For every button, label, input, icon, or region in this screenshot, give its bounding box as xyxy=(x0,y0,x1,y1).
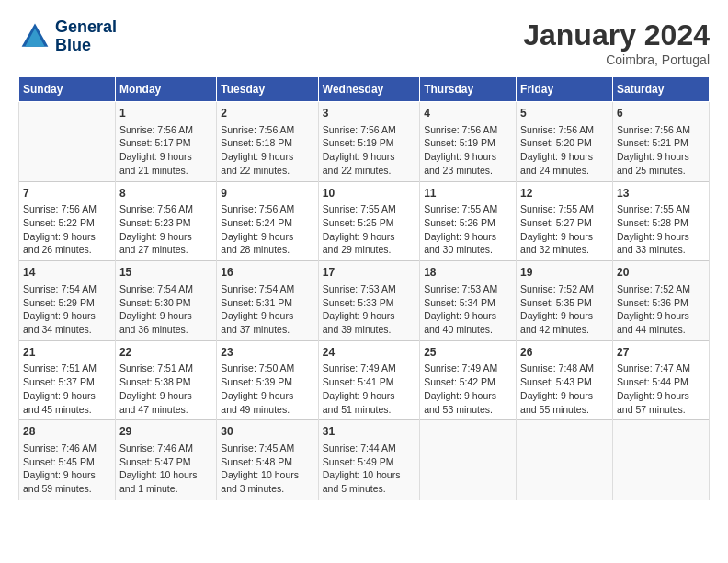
calendar-cell: 6Sunrise: 7:56 AM Sunset: 5:21 PM Daylig… xyxy=(613,102,710,182)
header: General Blue January 2024 Coimbra, Portu… xyxy=(18,18,710,67)
calendar-cell: 17Sunrise: 7:53 AM Sunset: 5:33 PM Dayli… xyxy=(318,261,419,341)
calendar-week-row: 14Sunrise: 7:54 AM Sunset: 5:29 PM Dayli… xyxy=(19,261,710,341)
day-number: 30 xyxy=(221,424,313,440)
day-info: Sunrise: 7:45 AM Sunset: 5:48 PM Dayligh… xyxy=(221,442,313,496)
day-info: Sunrise: 7:55 AM Sunset: 5:26 PM Dayligh… xyxy=(424,202,512,257)
calendar-table: SundayMondayTuesdayWednesdayThursdayFrid… xyxy=(18,76,710,500)
day-number: 17 xyxy=(323,265,415,281)
day-number: 26 xyxy=(520,345,609,361)
day-info: Sunrise: 7:46 AM Sunset: 5:47 PM Dayligh… xyxy=(119,442,212,496)
calendar-week-row: 21Sunrise: 7:51 AM Sunset: 5:37 PM Dayli… xyxy=(19,340,710,420)
day-number: 28 xyxy=(23,424,111,440)
day-number: 13 xyxy=(617,186,705,201)
header-cell-tuesday: Tuesday xyxy=(217,77,318,102)
day-number: 18 xyxy=(424,265,512,281)
day-info: Sunrise: 7:52 AM Sunset: 5:36 PM Dayligh… xyxy=(617,282,705,337)
header-cell-monday: Monday xyxy=(115,77,216,102)
day-number: 29 xyxy=(119,424,212,440)
day-number: 24 xyxy=(323,345,415,361)
calendar-cell: 20Sunrise: 7:52 AM Sunset: 5:36 PM Dayli… xyxy=(613,261,710,341)
calendar-cell: 26Sunrise: 7:48 AM Sunset: 5:43 PM Dayli… xyxy=(517,340,613,420)
logo-text: General Blue xyxy=(55,18,117,55)
day-info: Sunrise: 7:55 AM Sunset: 5:28 PM Dayligh… xyxy=(617,202,705,257)
calendar-cell: 15Sunrise: 7:54 AM Sunset: 5:30 PM Dayli… xyxy=(115,261,216,341)
day-info: Sunrise: 7:55 AM Sunset: 5:25 PM Dayligh… xyxy=(323,202,415,257)
calendar-cell xyxy=(420,420,517,500)
day-info: Sunrise: 7:56 AM Sunset: 5:22 PM Dayligh… xyxy=(23,202,111,257)
day-number: 16 xyxy=(221,265,313,281)
calendar-cell: 10Sunrise: 7:55 AM Sunset: 5:25 PM Dayli… xyxy=(318,181,419,261)
day-info: Sunrise: 7:53 AM Sunset: 5:34 PM Dayligh… xyxy=(424,282,512,337)
calendar-cell: 18Sunrise: 7:53 AM Sunset: 5:34 PM Dayli… xyxy=(420,261,517,341)
calendar-cell: 11Sunrise: 7:55 AM Sunset: 5:26 PM Dayli… xyxy=(420,181,517,261)
calendar-cell: 1Sunrise: 7:56 AM Sunset: 5:17 PM Daylig… xyxy=(115,102,216,182)
calendar-cell: 13Sunrise: 7:55 AM Sunset: 5:28 PM Dayli… xyxy=(613,181,710,261)
calendar-cell xyxy=(19,102,116,182)
calendar-body: 1Sunrise: 7:56 AM Sunset: 5:17 PM Daylig… xyxy=(19,102,710,500)
calendar-cell: 5Sunrise: 7:56 AM Sunset: 5:20 PM Daylig… xyxy=(517,102,613,182)
calendar-cell: 7Sunrise: 7:56 AM Sunset: 5:22 PM Daylig… xyxy=(19,181,116,261)
day-info: Sunrise: 7:55 AM Sunset: 5:27 PM Dayligh… xyxy=(520,202,609,257)
day-info: Sunrise: 7:52 AM Sunset: 5:35 PM Dayligh… xyxy=(520,282,609,337)
header-cell-wednesday: Wednesday xyxy=(318,77,419,102)
calendar-cell: 14Sunrise: 7:54 AM Sunset: 5:29 PM Dayli… xyxy=(19,261,116,341)
day-info: Sunrise: 7:56 AM Sunset: 5:23 PM Dayligh… xyxy=(119,202,212,257)
day-info: Sunrise: 7:56 AM Sunset: 5:21 PM Dayligh… xyxy=(617,123,705,178)
calendar-cell xyxy=(613,420,710,500)
calendar-cell: 9Sunrise: 7:56 AM Sunset: 5:24 PM Daylig… xyxy=(217,181,318,261)
day-number: 9 xyxy=(221,186,313,201)
header-cell-thursday: Thursday xyxy=(420,77,517,102)
day-info: Sunrise: 7:53 AM Sunset: 5:33 PM Dayligh… xyxy=(323,282,415,337)
day-info: Sunrise: 7:50 AM Sunset: 5:39 PM Dayligh… xyxy=(221,362,313,416)
day-info: Sunrise: 7:54 AM Sunset: 5:30 PM Dayligh… xyxy=(119,282,212,337)
calendar-cell: 30Sunrise: 7:45 AM Sunset: 5:48 PM Dayli… xyxy=(217,420,318,500)
day-info: Sunrise: 7:47 AM Sunset: 5:44 PM Dayligh… xyxy=(617,362,705,416)
calendar-cell: 22Sunrise: 7:51 AM Sunset: 5:38 PM Dayli… xyxy=(115,340,216,420)
calendar-cell: 25Sunrise: 7:49 AM Sunset: 5:42 PM Dayli… xyxy=(420,340,517,420)
calendar-cell: 8Sunrise: 7:56 AM Sunset: 5:23 PM Daylig… xyxy=(115,181,216,261)
day-info: Sunrise: 7:49 AM Sunset: 5:42 PM Dayligh… xyxy=(424,362,512,416)
day-number: 20 xyxy=(617,265,705,281)
day-info: Sunrise: 7:48 AM Sunset: 5:43 PM Dayligh… xyxy=(520,362,609,416)
day-number: 2 xyxy=(221,106,313,121)
day-number: 22 xyxy=(119,345,212,361)
header-cell-sunday: Sunday xyxy=(19,77,116,102)
day-number: 11 xyxy=(424,186,512,201)
day-info: Sunrise: 7:56 AM Sunset: 5:19 PM Dayligh… xyxy=(424,123,512,178)
day-number: 31 xyxy=(323,424,415,440)
logo: General Blue xyxy=(18,18,117,55)
day-info: Sunrise: 7:56 AM Sunset: 5:19 PM Dayligh… xyxy=(323,123,415,178)
location: Coimbra, Portugal xyxy=(523,52,710,67)
day-number: 10 xyxy=(323,186,415,201)
calendar-cell: 21Sunrise: 7:51 AM Sunset: 5:37 PM Dayli… xyxy=(19,340,116,420)
day-number: 4 xyxy=(424,106,512,121)
day-number: 27 xyxy=(617,345,705,361)
logo-icon xyxy=(18,20,51,53)
day-info: Sunrise: 7:46 AM Sunset: 5:45 PM Dayligh… xyxy=(23,442,111,496)
calendar-cell: 29Sunrise: 7:46 AM Sunset: 5:47 PM Dayli… xyxy=(115,420,216,500)
day-info: Sunrise: 7:51 AM Sunset: 5:38 PM Dayligh… xyxy=(119,362,212,416)
day-number: 6 xyxy=(617,106,705,121)
day-info: Sunrise: 7:49 AM Sunset: 5:41 PM Dayligh… xyxy=(323,362,415,416)
day-info: Sunrise: 7:44 AM Sunset: 5:49 PM Dayligh… xyxy=(323,442,415,496)
calendar-cell: 16Sunrise: 7:54 AM Sunset: 5:31 PM Dayli… xyxy=(217,261,318,341)
calendar-cell: 12Sunrise: 7:55 AM Sunset: 5:27 PM Dayli… xyxy=(517,181,613,261)
calendar-week-row: 7Sunrise: 7:56 AM Sunset: 5:22 PM Daylig… xyxy=(19,181,710,261)
title-area: January 2024 Coimbra, Portugal xyxy=(523,18,710,67)
day-info: Sunrise: 7:56 AM Sunset: 5:17 PM Dayligh… xyxy=(119,123,212,178)
day-number: 7 xyxy=(23,186,111,201)
day-info: Sunrise: 7:56 AM Sunset: 5:18 PM Dayligh… xyxy=(221,123,313,178)
calendar-cell: 19Sunrise: 7:52 AM Sunset: 5:35 PM Dayli… xyxy=(517,261,613,341)
day-info: Sunrise: 7:56 AM Sunset: 5:20 PM Dayligh… xyxy=(520,123,609,178)
day-number: 21 xyxy=(23,345,111,361)
day-number: 25 xyxy=(424,345,512,361)
day-number: 1 xyxy=(119,106,212,121)
calendar-week-row: 1Sunrise: 7:56 AM Sunset: 5:17 PM Daylig… xyxy=(19,102,710,182)
calendar-cell: 4Sunrise: 7:56 AM Sunset: 5:19 PM Daylig… xyxy=(420,102,517,182)
day-number: 19 xyxy=(520,265,609,281)
calendar-week-row: 28Sunrise: 7:46 AM Sunset: 5:45 PM Dayli… xyxy=(19,420,710,500)
calendar-cell: 31Sunrise: 7:44 AM Sunset: 5:49 PM Dayli… xyxy=(318,420,419,500)
calendar-cell: 24Sunrise: 7:49 AM Sunset: 5:41 PM Dayli… xyxy=(318,340,419,420)
calendar-cell: 28Sunrise: 7:46 AM Sunset: 5:45 PM Dayli… xyxy=(19,420,116,500)
header-cell-saturday: Saturday xyxy=(613,77,710,102)
